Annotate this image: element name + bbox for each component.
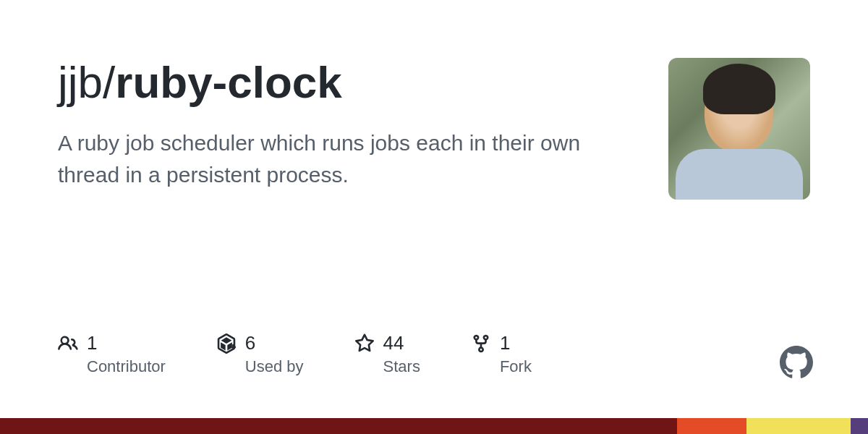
stat-count: 1 [87, 332, 166, 354]
stat-label: Fork [500, 357, 532, 376]
language-segment[interactable] [0, 418, 677, 434]
package-icon [216, 333, 237, 354]
fork-icon [471, 333, 491, 354]
people-icon [58, 333, 78, 354]
stat-label: Used by [245, 357, 304, 376]
stat-count: 44 [383, 332, 420, 354]
language-bar [0, 418, 868, 434]
star-icon [354, 333, 375, 354]
repo-stats: 1 Contributor 6 Used by 44 Stars 1 Fork [58, 332, 532, 376]
language-segment[interactable] [746, 418, 851, 434]
github-logo-icon[interactable] [780, 346, 813, 379]
stat-contributors[interactable]: 1 Contributor [58, 332, 166, 376]
stat-label: Stars [383, 357, 420, 376]
repo-description: A ruby job scheduler which runs jobs eac… [58, 127, 608, 190]
language-segment[interactable] [851, 418, 868, 434]
owner-avatar[interactable] [668, 58, 810, 200]
language-segment[interactable] [677, 418, 746, 434]
repo-owner[interactable]: jjb [58, 57, 103, 107]
stat-used-by[interactable]: 6 Used by [216, 332, 304, 376]
stat-forks[interactable]: 1 Fork [471, 332, 532, 376]
repo-title: jjb/ruby-clock [58, 58, 608, 107]
repo-name[interactable]: ruby-clock [115, 57, 342, 107]
repo-separator: / [103, 57, 115, 107]
stat-count: 6 [245, 332, 304, 354]
stat-label: Contributor [87, 357, 166, 376]
stat-stars[interactable]: 44 Stars [354, 332, 420, 376]
stat-count: 1 [500, 332, 532, 354]
